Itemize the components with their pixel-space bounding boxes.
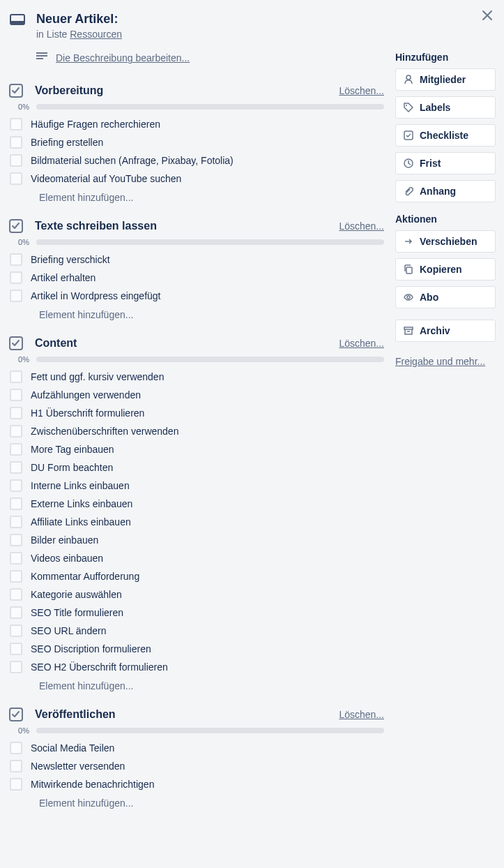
checkbox[interactable] xyxy=(10,443,22,456)
checkbox[interactable] xyxy=(10,389,22,401)
checklist-item: DU Form beachten xyxy=(8,458,384,477)
checkbox[interactable] xyxy=(10,497,22,510)
card-title[interactable]: Neuer Artikel: xyxy=(36,11,384,27)
checkbox[interactable] xyxy=(10,588,22,601)
checkbox[interactable] xyxy=(10,778,22,791)
checkbox[interactable] xyxy=(10,661,22,673)
checkbox[interactable] xyxy=(10,742,22,754)
checklist-item-label[interactable]: Social Media Teilen xyxy=(31,742,114,754)
checklist-item-label[interactable]: SEO Discription formulieren xyxy=(31,643,151,654)
add-checklist-item[interactable]: Element hinzufügen... xyxy=(8,305,384,320)
checklist-title[interactable]: Content xyxy=(35,337,330,350)
checkbox[interactable] xyxy=(10,479,22,492)
checkbox[interactable] xyxy=(10,425,22,437)
checklist-item-label[interactable]: Kommentar Aufforderung xyxy=(31,571,139,582)
checklist-item-label[interactable]: More Tag einbauen xyxy=(31,444,114,455)
checklist-item-label[interactable]: Videos einbauen xyxy=(31,553,103,564)
verschieben-button[interactable]: Verschieben xyxy=(395,230,496,253)
checklist-icon xyxy=(403,130,414,141)
checklist-item-label[interactable]: Externe Links einbauen xyxy=(31,498,132,509)
checklist-head: ContentLöschen... xyxy=(8,336,384,351)
side-button-label: Labels xyxy=(420,102,450,113)
abo-button[interactable]: Abo xyxy=(395,286,496,308)
checklist-item-label[interactable]: SEO URL ändern xyxy=(31,625,106,636)
checkbox[interactable] xyxy=(10,118,22,130)
add-checklist-item[interactable]: Element hinzufügen... xyxy=(8,188,384,203)
checkbox[interactable] xyxy=(10,534,22,546)
checklist-title[interactable]: Texte schreiben lassen xyxy=(35,220,330,232)
checklist-delete-link[interactable]: Löschen... xyxy=(339,85,384,96)
description-row[interactable]: Die Beschreibung bearbeiten... xyxy=(35,48,384,69)
user-icon xyxy=(403,74,414,85)
add-checklist-item[interactable]: Element hinzufügen... xyxy=(8,676,384,691)
checklist-icon xyxy=(8,336,26,351)
share-more-link[interactable]: Freigabe und mehr... xyxy=(395,356,485,367)
checkbox[interactable] xyxy=(10,624,22,637)
progress-row: 0% xyxy=(8,238,384,246)
checkbox[interactable] xyxy=(10,606,22,619)
progress-bar xyxy=(36,239,384,245)
checkbox[interactable] xyxy=(10,136,22,149)
checklist-item-label[interactable]: Mitwirkende benachrichtigen xyxy=(31,779,154,790)
checklist-item-label[interactable]: Videomaterial auf YouTube suchen xyxy=(31,173,181,184)
checkbox[interactable] xyxy=(10,253,22,266)
checklist-item-label[interactable]: Bilder einbauen xyxy=(31,534,98,546)
progress-percent: 0% xyxy=(8,355,29,364)
svg-rect-12 xyxy=(404,327,413,329)
labels-button[interactable]: Labels xyxy=(395,96,496,119)
checkbox[interactable] xyxy=(10,570,22,583)
checkbox[interactable] xyxy=(10,172,22,185)
checkbox[interactable] xyxy=(10,271,22,284)
checklist-item-label[interactable]: Interne Links einbauen xyxy=(31,480,130,491)
checklist-item-label[interactable]: Kategorie auswählen xyxy=(31,589,122,600)
side-button-label: Anhang xyxy=(420,186,456,197)
checklist-item-label[interactable]: Zwischenüberschriften verwenden xyxy=(31,426,178,437)
anhang-button[interactable]: Anhang xyxy=(395,180,496,202)
checklist-item: Kommentar Aufforderung xyxy=(8,567,384,585)
subtitle-prefix: in Liste xyxy=(36,29,70,40)
checklist-item-label[interactable]: Briefing erstellen xyxy=(31,137,103,148)
svg-point-11 xyxy=(407,296,410,299)
checklist-item-label[interactable]: SEO Title formulieren xyxy=(31,607,123,618)
attachment-icon xyxy=(403,186,414,197)
checklist-item-label[interactable]: Artikel erhalten xyxy=(31,272,96,283)
frist-button[interactable]: Frist xyxy=(395,152,496,174)
checkbox[interactable] xyxy=(10,407,22,419)
checklist-item-label[interactable]: DU Form beachten xyxy=(31,462,113,473)
add-checklist-item[interactable]: Element hinzufügen... xyxy=(8,793,384,809)
checklist-delete-link[interactable]: Löschen... xyxy=(339,709,384,720)
checkbox[interactable] xyxy=(10,371,22,383)
checklist-item: Externe Links einbauen xyxy=(8,495,384,513)
kopieren-button[interactable]: Kopieren xyxy=(395,258,496,280)
checklist-delete-link[interactable]: Löschen... xyxy=(339,338,384,349)
checklist-item-label[interactable]: Aufzählungen verwenden xyxy=(31,389,141,401)
checkbox[interactable] xyxy=(10,461,22,474)
checklist-item-label[interactable]: Häufige Fragen recherchieren xyxy=(31,119,160,130)
checklist-item-label[interactable]: Fett und ggf. kursiv verwenden xyxy=(31,371,164,382)
checklist-item-label[interactable]: Affiliate Links einbauen xyxy=(31,516,131,527)
archiv-button[interactable]: Archiv xyxy=(395,320,496,342)
checkbox[interactable] xyxy=(10,290,22,302)
checkbox[interactable] xyxy=(10,154,22,167)
edit-description-link[interactable]: Die Beschreibung bearbeiten... xyxy=(56,52,190,63)
checklist-item-label[interactable]: Briefing verschickt xyxy=(31,254,110,265)
checkbox[interactable] xyxy=(10,760,22,772)
checkliste-button[interactable]: Checkliste xyxy=(395,124,496,147)
checklist-item-label[interactable]: Newsletter versenden xyxy=(31,761,125,772)
checklist-item-label[interactable]: SEO H2 Überschrift formulieren xyxy=(31,661,168,673)
checklist-title[interactable]: Vorbereitung xyxy=(35,84,330,97)
progress-percent: 0% xyxy=(8,238,29,246)
checklist-item-label[interactable]: H1 Überschrift formulieren xyxy=(31,407,144,419)
checklist-delete-link[interactable]: Löschen... xyxy=(339,220,384,232)
checklist-item-label[interactable]: Bildmaterial suchen (Anfrage, Pixabay, F… xyxy=(31,155,234,166)
checklist-title[interactable]: Veröffentlichen xyxy=(35,708,330,721)
list-link[interactable]: Ressourcen xyxy=(70,29,122,40)
svg-point-7 xyxy=(406,105,407,106)
checklist-item-label[interactable]: Artikel in Wordpress eingefügt xyxy=(31,290,161,301)
close-button[interactable] xyxy=(479,7,496,24)
checkbox[interactable] xyxy=(10,516,22,528)
mitglieder-button[interactable]: Mitglieder xyxy=(395,68,496,91)
checkbox[interactable] xyxy=(10,643,22,655)
checklist-item: SEO Discription formulieren xyxy=(8,640,384,658)
checkbox[interactable] xyxy=(10,552,22,564)
